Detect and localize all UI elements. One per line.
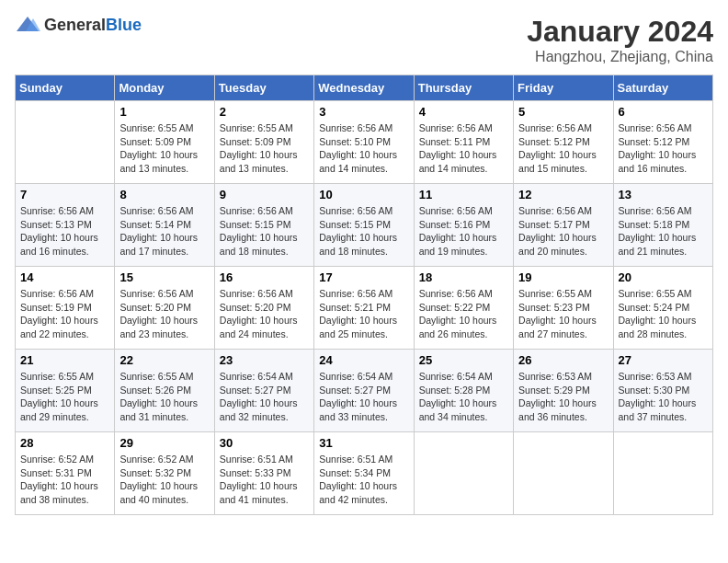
day-detail: Sunrise: 6:55 AM Sunset: 5:09 PM Dayligh… [119, 121, 209, 176]
calendar-cell: 15Sunrise: 6:56 AM Sunset: 5:20 PM Dayli… [115, 267, 214, 350]
calendar-cell: 11Sunrise: 6:56 AM Sunset: 5:16 PM Dayli… [414, 184, 513, 267]
calendar-cell: 5Sunrise: 6:56 AM Sunset: 5:12 PM Daylig… [514, 101, 613, 184]
day-detail: Sunrise: 6:56 AM Sunset: 5:12 PM Dayligh… [518, 121, 608, 176]
day-detail: Sunrise: 6:56 AM Sunset: 5:13 PM Dayligh… [20, 204, 109, 259]
day-number: 6 [619, 105, 708, 119]
calendar-cell: 19Sunrise: 6:55 AM Sunset: 5:23 PM Dayli… [514, 267, 613, 350]
calendar-cell [613, 432, 712, 515]
day-number: 17 [319, 270, 408, 284]
day-number: 13 [619, 188, 708, 201]
calendar-cell: 18Sunrise: 6:56 AM Sunset: 5:22 PM Dayli… [414, 267, 513, 350]
day-number: 10 [319, 188, 408, 201]
day-detail: Sunrise: 6:56 AM Sunset: 5:16 PM Dayligh… [419, 204, 508, 259]
day-detail: Sunrise: 6:55 AM Sunset: 5:25 PM Dayligh… [20, 370, 109, 424]
day-detail: Sunrise: 6:56 AM Sunset: 5:20 PM Dayligh… [220, 287, 309, 341]
calendar-cell: 20Sunrise: 6:55 AM Sunset: 5:24 PM Dayli… [613, 267, 712, 350]
day-number: 11 [419, 188, 508, 201]
day-number: 18 [419, 270, 508, 284]
week-row-3: 14Sunrise: 6:56 AM Sunset: 5:19 PM Dayli… [16, 267, 713, 350]
week-row-4: 21Sunrise: 6:55 AM Sunset: 5:25 PM Dayli… [16, 350, 713, 432]
day-detail: Sunrise: 6:54 AM Sunset: 5:27 PM Dayligh… [220, 370, 309, 424]
day-number: 4 [419, 105, 508, 119]
week-row-5: 28Sunrise: 6:52 AM Sunset: 5:31 PM Dayli… [16, 432, 713, 515]
calendar-cell: 24Sunrise: 6:54 AM Sunset: 5:27 PM Dayli… [314, 350, 414, 432]
day-detail: Sunrise: 6:56 AM Sunset: 5:22 PM Dayligh… [419, 287, 508, 341]
calendar-cell: 22Sunrise: 6:55 AM Sunset: 5:26 PM Dayli… [115, 350, 214, 432]
day-detail: Sunrise: 6:56 AM Sunset: 5:11 PM Dayligh… [419, 121, 508, 176]
day-detail: Sunrise: 6:51 AM Sunset: 5:34 PM Dayligh… [319, 453, 408, 507]
calendar-cell [414, 432, 513, 515]
week-row-2: 7Sunrise: 6:56 AM Sunset: 5:13 PM Daylig… [16, 184, 713, 267]
day-detail: Sunrise: 6:56 AM Sunset: 5:21 PM Dayligh… [319, 287, 408, 341]
calendar-cell: 14Sunrise: 6:56 AM Sunset: 5:19 PM Dayli… [16, 267, 115, 350]
day-detail: Sunrise: 6:51 AM Sunset: 5:33 PM Dayligh… [220, 453, 309, 507]
calendar-cell: 28Sunrise: 6:52 AM Sunset: 5:31 PM Dayli… [16, 432, 115, 515]
day-detail: Sunrise: 6:55 AM Sunset: 5:23 PM Dayligh… [518, 287, 608, 341]
day-number: 28 [20, 436, 109, 450]
calendar-cell [16, 101, 115, 184]
logo-blue: Blue [106, 16, 142, 34]
calendar-cell: 3Sunrise: 6:56 AM Sunset: 5:10 PM Daylig… [314, 101, 414, 184]
day-detail: Sunrise: 6:56 AM Sunset: 5:14 PM Dayligh… [119, 204, 209, 259]
logo: GeneralBlue [15, 15, 142, 35]
day-detail: Sunrise: 6:52 AM Sunset: 5:31 PM Dayligh… [20, 453, 109, 507]
day-detail: Sunrise: 6:56 AM Sunset: 5:20 PM Dayligh… [119, 287, 209, 341]
day-number: 14 [20, 270, 109, 284]
day-detail: Sunrise: 6:56 AM Sunset: 5:17 PM Dayligh… [518, 204, 608, 259]
day-detail: Sunrise: 6:56 AM Sunset: 5:15 PM Dayligh… [220, 204, 309, 259]
day-detail: Sunrise: 6:56 AM Sunset: 5:10 PM Dayligh… [319, 121, 408, 176]
week-row-1: 1Sunrise: 6:55 AM Sunset: 5:09 PM Daylig… [16, 101, 713, 184]
day-number: 7 [20, 188, 109, 201]
day-number: 12 [518, 188, 608, 201]
calendar-cell: 13Sunrise: 6:56 AM Sunset: 5:18 PM Dayli… [613, 184, 712, 267]
day-number: 31 [319, 436, 408, 450]
day-number: 30 [220, 436, 309, 450]
day-number: 22 [119, 353, 209, 367]
day-header-tuesday: Tuesday [214, 75, 313, 101]
day-detail: Sunrise: 6:53 AM Sunset: 5:30 PM Dayligh… [619, 370, 708, 424]
calendar-cell: 4Sunrise: 6:56 AM Sunset: 5:11 PM Daylig… [414, 101, 513, 184]
day-detail: Sunrise: 6:56 AM Sunset: 5:18 PM Dayligh… [619, 204, 708, 259]
day-detail: Sunrise: 6:52 AM Sunset: 5:32 PM Dayligh… [119, 453, 209, 507]
day-number: 8 [119, 188, 209, 201]
title-area: January 2024 Hangzhou, Zhejiang, China [527, 15, 713, 65]
calendar-cell: 9Sunrise: 6:56 AM Sunset: 5:15 PM Daylig… [214, 184, 313, 267]
day-detail: Sunrise: 6:55 AM Sunset: 5:26 PM Dayligh… [119, 370, 209, 424]
calendar-cell: 23Sunrise: 6:54 AM Sunset: 5:27 PM Dayli… [214, 350, 313, 432]
day-number: 25 [419, 353, 508, 367]
header-row: SundayMondayTuesdayWednesdayThursdayFrid… [16, 75, 713, 101]
day-number: 9 [220, 188, 309, 201]
day-detail: Sunrise: 6:54 AM Sunset: 5:27 PM Dayligh… [319, 370, 408, 424]
day-number: 20 [619, 270, 708, 284]
day-number: 16 [220, 270, 309, 284]
calendar-cell: 17Sunrise: 6:56 AM Sunset: 5:21 PM Dayli… [314, 267, 414, 350]
calendar-cell: 6Sunrise: 6:56 AM Sunset: 5:12 PM Daylig… [613, 101, 712, 184]
calendar-cell: 7Sunrise: 6:56 AM Sunset: 5:13 PM Daylig… [16, 184, 115, 267]
day-number: 27 [619, 353, 708, 367]
header: GeneralBlue January 2024 Hangzhou, Zheji… [15, 15, 713, 65]
day-header-thursday: Thursday [414, 75, 513, 101]
calendar-table: SundayMondayTuesdayWednesdayThursdayFrid… [15, 75, 713, 515]
day-number: 2 [220, 105, 309, 119]
calendar-cell: 26Sunrise: 6:53 AM Sunset: 5:29 PM Dayli… [514, 350, 613, 432]
calendar-cell: 31Sunrise: 6:51 AM Sunset: 5:34 PM Dayli… [314, 432, 414, 515]
calendar-cell [514, 432, 613, 515]
day-detail: Sunrise: 6:53 AM Sunset: 5:29 PM Dayligh… [518, 370, 608, 424]
calendar-cell: 1Sunrise: 6:55 AM Sunset: 5:09 PM Daylig… [115, 101, 214, 184]
calendar-cell: 25Sunrise: 6:54 AM Sunset: 5:28 PM Dayli… [414, 350, 513, 432]
calendar-cell: 29Sunrise: 6:52 AM Sunset: 5:32 PM Dayli… [115, 432, 214, 515]
day-number: 3 [319, 105, 408, 119]
calendar-cell: 12Sunrise: 6:56 AM Sunset: 5:17 PM Dayli… [514, 184, 613, 267]
logo-icon [15, 15, 40, 35]
month-title: January 2024 [527, 15, 713, 49]
calendar-cell: 10Sunrise: 6:56 AM Sunset: 5:15 PM Dayli… [314, 184, 414, 267]
calendar-cell: 16Sunrise: 6:56 AM Sunset: 5:20 PM Dayli… [214, 267, 313, 350]
calendar-cell: 30Sunrise: 6:51 AM Sunset: 5:33 PM Dayli… [214, 432, 313, 515]
day-detail: Sunrise: 6:56 AM Sunset: 5:12 PM Dayligh… [619, 121, 708, 176]
day-number: 26 [518, 353, 608, 367]
day-number: 23 [220, 353, 309, 367]
day-detail: Sunrise: 6:56 AM Sunset: 5:19 PM Dayligh… [20, 287, 109, 341]
calendar-cell: 21Sunrise: 6:55 AM Sunset: 5:25 PM Dayli… [16, 350, 115, 432]
day-detail: Sunrise: 6:55 AM Sunset: 5:09 PM Dayligh… [220, 121, 309, 176]
calendar-cell: 27Sunrise: 6:53 AM Sunset: 5:30 PM Dayli… [613, 350, 712, 432]
